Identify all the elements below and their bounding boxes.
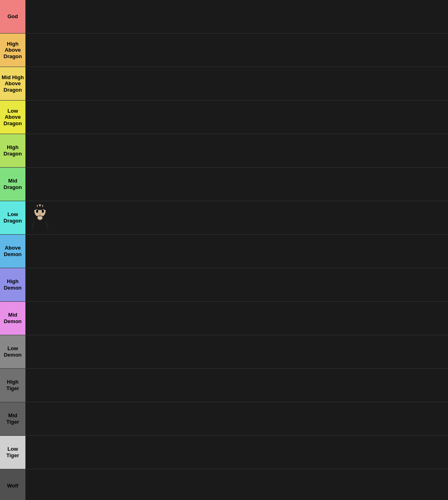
tier-label-low-above-dragon: Low Above Dragon — [0, 101, 25, 134]
tier-row-low-dragon: Low Dragon — [0, 201, 448, 235]
svg-point-5 — [42, 210, 44, 213]
tier-label-mid-tiger: Mid Tiger — [0, 402, 25, 435]
tier-label-above-demon: Above Demon — [0, 235, 25, 268]
tier-row-low-demon: Low Demon — [0, 335, 448, 369]
tier-label-high-dragon: High Dragon — [0, 134, 25, 167]
tier-row-high-tiger: High Tiger — [0, 369, 448, 402]
tier-content-mid-demon — [25, 302, 448, 335]
tier-row-god: God — [0, 0, 448, 34]
tier-row-mid-high-above-dragon: Mid High Above Dragon — [0, 67, 448, 101]
tier-label-wolf: Wolf — [0, 469, 25, 500]
tier-content-mid-tiger — [25, 402, 448, 435]
tier-label-low-dragon: Low Dragon — [0, 201, 25, 234]
tier-content-mid-high-above-dragon — [25, 67, 448, 100]
tier-row-wolf: Wolf — [0, 469, 448, 500]
tier-row-mid-dragon: Mid Dragon — [0, 168, 448, 201]
tier-label-low-demon: Low Demon — [0, 335, 25, 368]
tier-row-high-above-dragon: High Above Dragon — [0, 34, 448, 67]
tier-content-god — [25, 0, 448, 33]
tier-label-god: God — [0, 0, 25, 33]
tier-content-high-demon — [25, 268, 448, 301]
tier-content-mid-dragon — [25, 168, 448, 201]
tier-label-high-tiger: High Tiger — [0, 369, 25, 402]
tier-row-low-above-dragon: Low Above Dragon — [0, 101, 448, 134]
tier-list: GodHigh Above DragonMid High Above Drago… — [0, 0, 448, 500]
tier-content-low-demon — [25, 335, 448, 368]
tier-row-high-demon: High Demon — [0, 268, 448, 302]
svg-point-4 — [36, 210, 38, 213]
tier-content-high-dragon — [25, 134, 448, 167]
tier-row-low-tiger: Low Tiger — [0, 436, 448, 469]
tier-label-mid-high-above-dragon: Mid High Above Dragon — [0, 67, 25, 100]
tier-content-wolf — [25, 469, 448, 500]
tier-label-high-above-dragon: High Above Dragon — [0, 34, 25, 67]
tier-row-mid-tiger: Mid Tiger — [0, 402, 448, 436]
tier-content-low-above-dragon — [25, 101, 448, 134]
tier-content-high-above-dragon — [25, 34, 448, 67]
tier-content-low-tiger — [25, 436, 448, 469]
tier-row-above-demon: Above Demon — [0, 235, 448, 268]
tier-label-low-tiger: Low Tiger — [0, 436, 25, 469]
tier-content-above-demon — [25, 235, 448, 268]
tier-content-high-tiger — [25, 369, 448, 402]
tier-label-mid-dragon: Mid Dragon — [0, 168, 25, 201]
tier-content-low-dragon — [25, 201, 448, 234]
tier-label-high-demon: High Demon — [0, 268, 25, 301]
tier-item[interactable] — [26, 202, 54, 229]
tier-row-high-dragon: High Dragon — [0, 134, 448, 168]
tier-row-mid-demon: Mid Demon — [0, 302, 448, 335]
tier-label-mid-demon: Mid Demon — [0, 302, 25, 335]
